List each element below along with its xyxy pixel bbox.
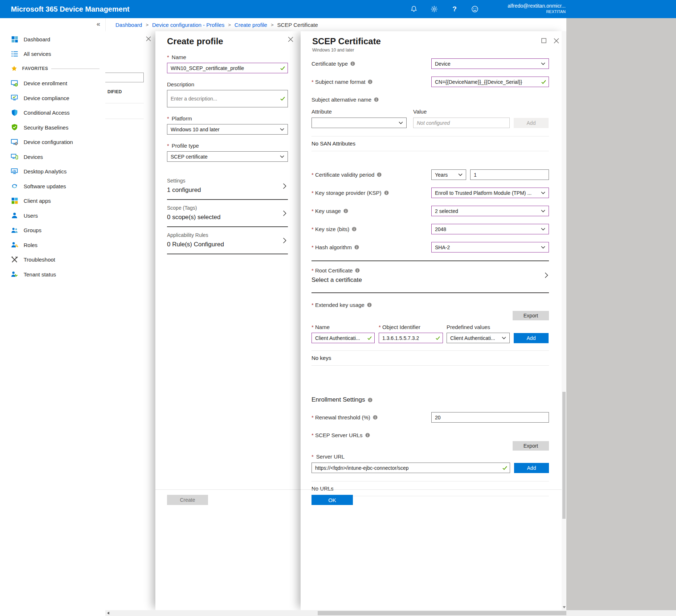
info-icon[interactable] [368, 398, 372, 402]
settings-section-row[interactable]: Settings 1 configured [167, 173, 288, 200]
chevron-right-icon [283, 210, 286, 216]
partial-search-input[interactable] [105, 73, 144, 82]
sidebar-item-roles[interactable]: Roles [0, 238, 105, 252]
client-apps-icon [11, 197, 18, 205]
all-services-icon [11, 50, 18, 58]
eku-export-button[interactable]: Export [513, 311, 549, 320]
sidebar-item-security-baselines[interactable]: Security Baselines [0, 120, 105, 135]
info-icon[interactable] [365, 433, 370, 438]
validity-value-input[interactable] [470, 169, 549, 180]
ksp-dropdown[interactable]: Enroll to Trusted Platform Module (TPM) … [431, 188, 549, 198]
horizontal-scrollbar[interactable] [105, 610, 676, 616]
eku-oid-input[interactable] [379, 333, 443, 343]
info-icon[interactable] [352, 227, 357, 231]
scep-footer: OK [301, 489, 566, 505]
sidebar-item-label: Roles [24, 242, 37, 248]
sidebar-item-device-configuration[interactable]: Device configuration [0, 135, 105, 150]
applicability-rules-section-row[interactable]: Applicability Rules 0 Rule(s) Configured [167, 227, 288, 254]
sidebar-item-label: Troubleshoot [24, 256, 55, 263]
close-icon[interactable] [146, 36, 151, 41]
close-icon[interactable] [288, 37, 293, 42]
certificate-type-dropdown[interactable]: Device [431, 58, 549, 69]
scroll-left-arrow-icon[interactable] [107, 612, 109, 615]
info-icon[interactable] [368, 79, 372, 84]
root-certificate-row[interactable]: Root Certificate Select a certificate [311, 261, 549, 288]
info-icon[interactable] [384, 190, 389, 195]
sidebar-item-users[interactable]: Users [0, 208, 105, 223]
profile-description-input[interactable] [167, 90, 288, 107]
eku-add-button[interactable]: Add [514, 333, 549, 343]
info-icon[interactable] [343, 209, 348, 213]
sidebar-nav: Dashboard All services FAVORITES De [0, 18, 105, 282]
sidebar-item-tenant-status[interactable]: Tenant status [0, 267, 105, 282]
sidebar-item-device-compliance[interactable]: Device compliance [0, 91, 105, 106]
server-url-input[interactable] [311, 463, 510, 473]
horizontal-scrollbar-thumb[interactable] [318, 611, 566, 615]
renewal-threshold-input[interactable] [431, 412, 549, 423]
sidebar-collapse-button[interactable]: « [97, 20, 100, 28]
account-menu[interactable]: alfredo@rextitan.onmicr... REXTITAN [508, 3, 566, 14]
eku-predefined-dropdown[interactable]: Client Authenticati... [447, 333, 510, 343]
profile-name-input[interactable] [167, 63, 288, 73]
chevron-right-icon [283, 237, 286, 243]
info-icon[interactable] [377, 172, 382, 177]
scep-header: SCEP Certificate Windows 10 and later [301, 31, 566, 53]
notifications-bell-icon[interactable] [410, 5, 418, 13]
settings-gear-icon[interactable] [430, 5, 439, 13]
eku-name-input[interactable] [311, 333, 375, 343]
dashboard-icon [11, 36, 18, 43]
sidebar-item-devices[interactable]: Devices [0, 149, 105, 164]
subject-name-format-input[interactable] [431, 77, 549, 87]
create-profile-title: Create profile [167, 37, 223, 46]
partial-column-header: DIFIED [107, 89, 122, 94]
name-label: Name [167, 54, 288, 60]
help-icon[interactable]: ? [450, 5, 459, 13]
sidebar-item-client-apps[interactable]: Client apps [0, 194, 105, 209]
info-icon[interactable] [373, 415, 378, 420]
sidebar-item-desktop-analytics[interactable]: Desktop Analytics [0, 164, 105, 179]
sidebar-item-groups[interactable]: Groups [0, 223, 105, 238]
sidebar-item-all-services[interactable]: All services [0, 47, 105, 62]
chevron-down-icon [458, 173, 463, 176]
san-value-wrap [413, 118, 510, 128]
info-icon[interactable] [354, 245, 359, 250]
valid-check-icon [280, 97, 285, 101]
validity-unit-dropdown[interactable]: Years [431, 169, 466, 180]
profile-type-dropdown[interactable]: SCEP certificate [167, 151, 288, 162]
info-icon[interactable] [355, 268, 360, 273]
sidebar-item-label: Device configuration [24, 139, 73, 145]
screen: Microsoft 365 Device Management ? alfred… [0, 0, 676, 616]
vertical-scrollbar-thumb[interactable] [562, 392, 566, 519]
ok-button[interactable]: OK [311, 495, 353, 505]
maximize-icon[interactable] [541, 38, 546, 44]
partial-divider [105, 103, 144, 103]
hash-algorithm-dropdown[interactable]: SHA-2 [431, 242, 549, 252]
sidebar-favorites-header: FAVORITES [0, 61, 105, 76]
sidebar-item-software-updates[interactable]: Software updates [0, 179, 105, 194]
sidebar-item-device-enrollment[interactable]: Device enrollment [0, 76, 105, 91]
platform-dropdown[interactable]: Windows 10 and later [167, 124, 288, 135]
breadcrumb-dashboard[interactable]: Dashboard [115, 22, 142, 28]
breadcrumb-device-configuration-profiles[interactable]: Device configuration - Profiles [152, 22, 224, 28]
san-attribute-dropdown[interactable] [311, 118, 407, 128]
info-icon[interactable] [374, 97, 379, 102]
server-url-add-button[interactable]: Add [514, 463, 549, 473]
conditional-access-icon [11, 109, 18, 116]
info-icon[interactable] [350, 61, 355, 66]
sidebar-item-dashboard[interactable]: Dashboard [0, 32, 105, 47]
scope-tags-section-row[interactable]: Scope (Tags) 0 scope(s) selected [167, 200, 288, 227]
close-icon[interactable] [554, 38, 559, 44]
san-value-column-label: Value [413, 108, 427, 115]
feedback-smiley-icon[interactable] [471, 5, 479, 13]
sidebar-item-conditional-access[interactable]: Conditional Access [0, 106, 105, 120]
key-size-dropdown[interactable]: 2048 [431, 224, 549, 234]
sidebar-item-troubleshoot[interactable]: Troubleshoot [0, 252, 105, 267]
create-profile-panel: Create profile Name Description Platform [155, 31, 301, 610]
urls-export-button[interactable]: Export [513, 441, 549, 451]
key-usage-dropdown[interactable]: 2 selected [431, 206, 549, 216]
scroll-down-arrow-icon[interactable] [563, 606, 566, 608]
vertical-scrollbar[interactable] [562, 31, 566, 610]
info-icon[interactable] [367, 303, 372, 307]
breadcrumb-create-profile[interactable]: Create profile [235, 22, 267, 28]
create-button[interactable]: Create [167, 495, 208, 505]
